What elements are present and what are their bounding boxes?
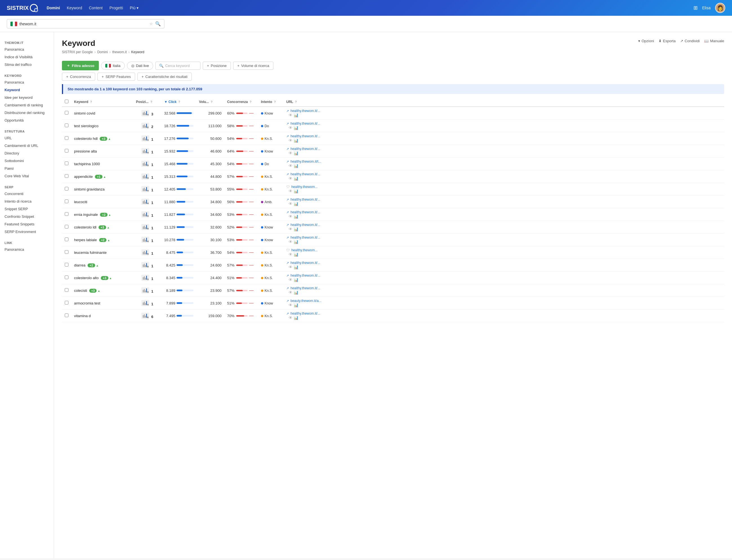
position-help-icon[interactable]: ? (150, 100, 152, 104)
row-checkbox[interactable] (65, 111, 68, 115)
row-checkbox[interactable] (65, 149, 68, 153)
url-text[interactable]: healthy.thewom.it/t... (290, 160, 321, 163)
nav-content[interactable]: Content (89, 6, 103, 10)
eye-icon[interactable]: 👁 (288, 290, 292, 295)
url-text[interactable]: healthy.thewom.it/... (290, 312, 320, 315)
nav-progetti[interactable]: Progetti (109, 6, 123, 10)
eye-icon[interactable]: 👁 (288, 163, 292, 168)
sidebar-item-confronto[interactable]: Confronto Snippet (0, 213, 54, 220)
intent-col-header[interactable]: Intento ? (258, 97, 283, 107)
click-help-icon[interactable]: ? (178, 100, 180, 104)
chart-icon[interactable]: 📊 (294, 189, 298, 193)
add-position-button[interactable]: + Posizione (203, 62, 231, 70)
chart-icon[interactable]: 📊 (294, 277, 298, 282)
sidebar-item-panoramica-link[interactable]: Panoramica (0, 246, 54, 253)
sidebar-item-intento[interactable]: Intento di ricerca (0, 198, 54, 205)
row-checkbox[interactable] (65, 174, 68, 178)
eye-icon[interactable]: 👁 (288, 265, 292, 269)
chart-icon[interactable]: 📊 (294, 176, 298, 181)
row-checkbox[interactable] (65, 225, 68, 229)
chart-icon[interactable]: 📊 (294, 227, 298, 231)
url-text[interactable]: healthy.thewom... (291, 248, 317, 252)
share-button[interactable]: ↗ Condividi (680, 39, 700, 43)
serp-features-button[interactable]: + SERP Features (97, 73, 135, 81)
url-text[interactable]: healthy.thewom.it/... (290, 172, 320, 176)
options-button[interactable]: ▾ Opzioni (638, 39, 654, 43)
concorrenza-button[interactable]: + Concorrenza (62, 73, 95, 81)
row-checkbox[interactable] (65, 301, 68, 304)
eye-icon[interactable]: 👁 (288, 277, 292, 282)
sidebar-item-panoramica2[interactable]: Panoramica (0, 79, 54, 86)
caratteristiche-button[interactable]: + Caratteristiche dei risultati (137, 73, 192, 81)
url-text[interactable]: healthy.thewom.it/... (290, 223, 320, 227)
chart-icon[interactable]: 📊 (294, 265, 298, 269)
row-checkbox[interactable] (65, 288, 68, 292)
competition-help-icon[interactable]: ? (249, 100, 251, 104)
row-checkbox[interactable] (65, 200, 68, 203)
nav-domini[interactable]: Domini (47, 6, 60, 10)
sidebar-item-keyword[interactable]: Keyword (0, 86, 54, 94)
eye-icon[interactable]: 👁 (288, 138, 292, 143)
eye-icon[interactable]: 👁 (288, 239, 292, 244)
sidebar-item-directory[interactable]: Directory (0, 149, 54, 157)
breadcrumb-site[interactable]: thewom.it (112, 50, 127, 54)
eye-icon[interactable]: 👁 (288, 176, 292, 181)
row-checkbox[interactable] (65, 250, 68, 254)
export-button[interactable]: ⬇ Esporta (659, 39, 676, 43)
chart-icon[interactable]: 📊 (294, 315, 298, 320)
sidebar-item-traffico[interactable]: Stima del traffico (0, 61, 54, 68)
search-icon[interactable]: 🔍 (155, 21, 161, 26)
volume-help-icon[interactable]: ? (210, 100, 212, 104)
sidebar-item-idee[interactable]: Idee per keyword (0, 94, 54, 101)
row-checkbox[interactable] (65, 263, 68, 266)
sidebar-item-cambiamenti[interactable]: Cambiamenti di ranking (0, 101, 54, 109)
sidebar-item-paesi[interactable]: Paesi (0, 165, 54, 172)
sidebar-item-opportunita[interactable]: Opportunità (0, 117, 54, 124)
grid-icon[interactable]: ⊞ (693, 5, 698, 11)
domain-search-input[interactable] (19, 22, 149, 26)
chart-icon[interactable]: 📊 (294, 126, 298, 130)
competition-col-header[interactable]: Concorrenza ? (224, 97, 258, 107)
url-text[interactable]: beauty.thewom.it/a... (290, 299, 321, 303)
sidebar-item-cambiamenti-url[interactable]: Cambiamenti di URL (0, 142, 54, 149)
sidebar-item-core-web-vital[interactable]: Core Web Vital (0, 172, 54, 180)
eye-icon[interactable]: 👁 (288, 214, 292, 219)
row-checkbox[interactable] (65, 275, 68, 279)
data-type-selector[interactable]: ◎ Dati live (127, 62, 153, 70)
url-text[interactable]: healthy.thewom.it/... (290, 286, 320, 290)
eye-icon[interactable]: 👁 (288, 151, 292, 155)
row-checkbox[interactable] (65, 238, 68, 241)
manual-button[interactable]: 📖 Manuale (704, 39, 724, 43)
sidebar-item-snippet[interactable]: Snippet SERP (0, 205, 54, 213)
eye-icon[interactable]: 👁 (288, 252, 292, 257)
position-col-header[interactable]: Posizi... ? (133, 97, 161, 107)
nav-keyword[interactable]: Keyword (67, 6, 82, 10)
eye-icon[interactable]: 👁 (288, 113, 292, 117)
volume-col-header[interactable]: Volu... ? (196, 97, 224, 107)
country-selector[interactable]: Italia (101, 62, 124, 70)
chart-icon[interactable]: 📊 (294, 138, 298, 143)
url-text[interactable]: healthy.thewom.it/... (290, 109, 320, 113)
row-checkbox[interactable] (65, 212, 68, 216)
breadcrumb-domini[interactable]: Domini (97, 50, 107, 54)
row-checkbox[interactable] (65, 187, 68, 191)
filter-button[interactable]: ＋ Filtra adesso (62, 61, 99, 70)
url-col-header[interactable]: URL ? (283, 97, 724, 107)
eye-icon[interactable]: 👁 (288, 201, 292, 206)
eye-icon[interactable]: 👁 (288, 303, 292, 307)
logo[interactable]: SISTRIX (7, 4, 38, 12)
star-icon[interactable]: ☆ (149, 22, 153, 26)
sidebar-item-distribuzione[interactable]: Distribuzione del ranking (0, 109, 54, 117)
chart-icon[interactable]: 📊 (294, 239, 298, 244)
chart-icon[interactable]: 📊 (294, 252, 298, 257)
url-text[interactable]: healthy.thewom... (291, 185, 317, 189)
sidebar-item-featured[interactable]: Featured Snippets (0, 220, 54, 228)
keyword-help-icon[interactable]: ? (90, 100, 92, 104)
add-volume-button[interactable]: + Volume di ricerca (233, 62, 273, 70)
eye-icon[interactable]: 👁 (288, 227, 292, 231)
avatar[interactable]: 👩 (715, 3, 725, 13)
eye-icon[interactable]: 👁 (288, 315, 292, 320)
row-checkbox[interactable] (65, 124, 68, 127)
row-checkbox[interactable] (65, 136, 68, 140)
chart-icon[interactable]: 📊 (294, 201, 298, 206)
